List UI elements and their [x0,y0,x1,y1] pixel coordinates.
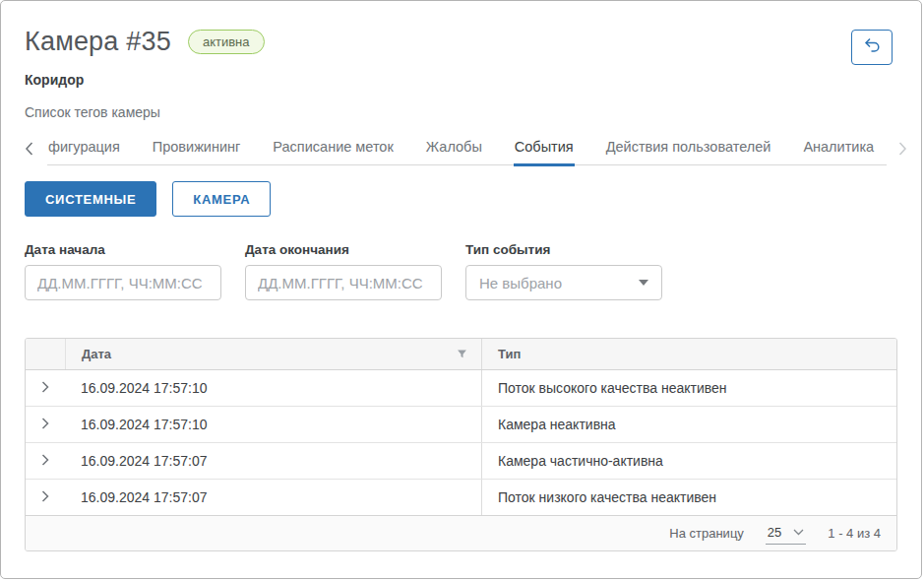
camera-page: Камера #35 активна Коридор Список тегов … [0,0,922,579]
tab[interactable]: События [514,133,575,166]
row-type-cell: Поток низкого качества неактивен [481,480,896,515]
row-type: Камера неактивна [498,417,616,432]
end-date-label: Дата окончания [245,242,442,257]
chevron-right-icon [41,489,49,505]
status-badge: активна [188,30,265,55]
table-row[interactable]: 16.09.2024 17:57:07 Поток низкого качест… [26,480,896,516]
event-type-label: Тип события [465,242,662,257]
event-type-value: Не выбрано [479,275,562,291]
table-body: 16.09.2024 17:57:10 Поток высокого качес… [26,370,896,516]
chevron-down-icon [639,280,648,286]
date-column-label: Дата [82,347,111,361]
camera-tags-list-label: Список тегов камеры [25,104,897,120]
camera-events-button[interactable]: КАМЕРА [172,181,271,217]
row-type: Поток низкого качества неактивен [498,489,716,505]
tab[interactable]: Аналитика [802,133,875,166]
start-date-field-group: Дата начала [25,242,221,300]
tabs: фигурацияПровижинингРасписание метокЖало… [47,133,887,165]
end-date-field-group: Дата окончания [245,242,442,300]
row-type-cell: Поток высокого качества неактивен [481,370,896,406]
type-column-label: Тип [498,347,521,361]
row-date-cell: 16.09.2024 17:57:10 [65,370,481,406]
row-expander[interactable] [26,407,65,442]
row-type: Поток высокого качества неактивен [498,380,727,396]
row-expander[interactable] [26,443,65,479]
system-events-button[interactable]: СИСТЕМНЫЕ [25,181,156,217]
table-row[interactable]: 16.09.2024 17:57:10 Камера неактивна [26,407,896,443]
pagination-range: 1 - 4 из 4 [828,526,881,541]
return-arrow-icon [863,37,881,57]
event-type-field-group: Тип события Не выбрано [465,242,662,300]
row-date: 16.09.2024 17:57:10 [81,380,207,396]
per-page-select[interactable]: 25 [766,523,806,545]
chevron-right-icon [41,453,49,469]
start-date-label: Дата начала [25,242,221,257]
camera-location: Коридор [25,72,897,88]
table-header: Дата Тип [26,339,896,370]
chevron-down-icon [793,529,804,536]
chevron-right-icon [41,417,49,432]
chevron-right-icon [41,380,49,396]
row-type-cell: Камера частично-активна [481,443,896,479]
date-column-header: Дата [65,339,481,369]
filter-funnel-icon[interactable] [457,349,467,359]
tab[interactable]: Действия пользователей [605,133,772,166]
tab[interactable]: фигурация [47,133,121,166]
page-title: Камера #35 [25,27,171,57]
table-row[interactable]: 16.09.2024 17:57:07 Камера частично-акти… [26,443,896,480]
row-date-cell: 16.09.2024 17:57:07 [65,480,481,515]
events-table: Дата Тип 16.09.2024 17:57:10 Поток высок… [25,338,897,551]
row-type-cell: Камера неактивна [481,407,896,442]
event-source-toggle: СИСТЕМНЫЕ КАМЕРА [25,181,897,217]
end-date-input[interactable] [245,265,442,300]
row-expander[interactable] [26,480,65,515]
tabs-scroll-left-icon[interactable] [25,142,35,165]
row-date: 16.09.2024 17:57:07 [81,489,207,505]
back-button[interactable] [851,30,893,65]
row-date-cell: 16.09.2024 17:57:10 [65,407,481,442]
tab[interactable]: Провижининг [152,133,242,166]
tabs-scroll-right-icon[interactable] [893,142,907,165]
tabs-bar: фигурацияПровижинингРасписание метокЖало… [1,133,921,165]
event-type-select[interactable]: Не выбрано [465,265,662,300]
row-date: 16.09.2024 17:57:07 [81,453,207,469]
table-row[interactable]: 16.09.2024 17:57:10 Поток высокого качес… [26,370,896,407]
page-header: Камера #35 активна Коридор Список тегов … [1,1,921,120]
event-filters: Дата начала Дата окончания Тип события Н… [25,242,897,300]
type-column-header: Тип [481,339,896,369]
row-type: Камера частично-активна [498,453,663,469]
tab[interactable]: Жалобы [425,133,483,166]
per-page-label: На страницу [669,526,744,541]
table-pagination: На страницу 25 1 - 4 из 4 [26,516,896,550]
row-date: 16.09.2024 17:57:10 [81,417,207,432]
start-date-input[interactable] [25,265,221,300]
per-page-value: 25 [768,525,781,540]
row-expander[interactable] [26,370,65,406]
tab[interactable]: Расписание меток [272,133,394,166]
row-date-cell: 16.09.2024 17:57:07 [65,443,481,479]
